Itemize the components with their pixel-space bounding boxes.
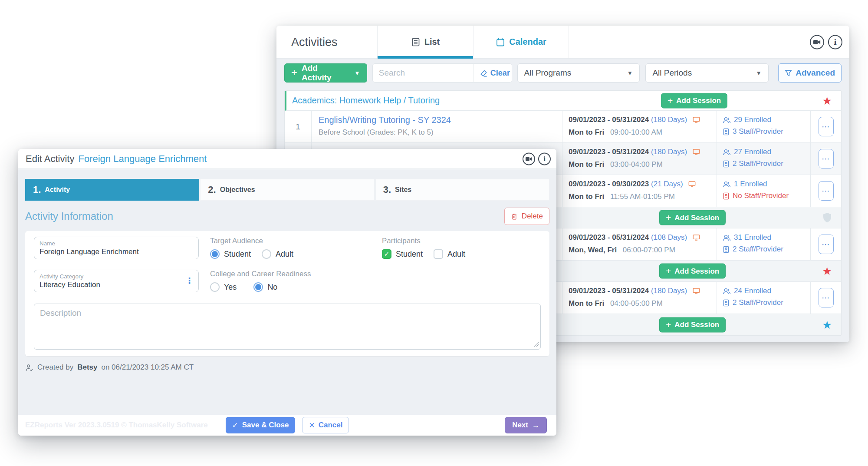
people-icon — [723, 288, 731, 295]
ccr-label: College and Career Readiness — [210, 270, 345, 278]
dialog-body: 1. Activity 2. Objectives 3. Sites Activ… — [18, 169, 556, 415]
ccr-yes-radio[interactable]: Yes — [210, 282, 237, 292]
arrow-right-icon: → — [532, 422, 539, 429]
ellipsis-icon: ⋯ — [822, 239, 830, 249]
activity-category-field[interactable]: Activity Category ⋮ — [34, 270, 199, 292]
step-tab-sites[interactable]: 3. Sites — [375, 179, 549, 201]
wizard-steps: 1. Activity 2. Objectives 3. Sites — [25, 179, 549, 201]
staff-link[interactable]: 2 Staff/Provider — [723, 245, 810, 254]
radio-selected-icon — [253, 282, 263, 292]
participants-student-checkbox[interactable]: ✓ Student — [382, 249, 423, 259]
staff-missing-link[interactable]: No Staff/Provider — [723, 192, 810, 200]
enrolled-link[interactable]: 31 Enrolled — [723, 233, 810, 242]
name-field-label: Name — [39, 240, 193, 247]
add-session-button[interactable]: + Add Session — [659, 264, 726, 279]
save-close-button[interactable]: ✓ Save & Close — [226, 417, 296, 433]
cancel-button[interactable]: ✕ Cancel — [302, 417, 349, 433]
add-session-button[interactable]: + Add Session — [659, 317, 726, 332]
activity-name-link[interactable]: English/Writing Tutoring - SY 2324 — [319, 115, 562, 125]
checkbox-checked-icon: ✓ — [382, 249, 391, 259]
favorite-star-icon[interactable]: ★ — [822, 319, 832, 330]
people-icon — [723, 234, 731, 241]
search-group: Clear — [372, 63, 512, 83]
step-tab-objectives[interactable]: 2. Objectives — [200, 179, 374, 201]
badge-icon — [723, 128, 730, 136]
tab-calendar[interactable]: Calendar — [473, 26, 569, 58]
clear-search-button[interactable]: Clear — [473, 64, 512, 82]
staff-link[interactable]: 2 Staff/Provider — [723, 159, 810, 168]
check-icon: ✓ — [232, 422, 238, 429]
ccr-no-radio[interactable]: No — [253, 282, 277, 292]
activity-subtitle: Before School (Grades: PK, K to 5) — [319, 128, 562, 137]
advanced-filter-button[interactable]: Advanced — [778, 63, 842, 83]
add-session-button[interactable]: + Add Session — [659, 210, 726, 225]
activities-header: Activities List Calendar — [276, 26, 849, 59]
ellipsis-icon: ⋯ — [822, 186, 830, 196]
caret-down-icon: ▼ — [627, 69, 633, 76]
row-number: 1 — [285, 111, 312, 142]
name-input[interactable] — [39, 248, 181, 256]
dialog-title-activity-name: Foreign Language Enrichment — [78, 153, 207, 165]
people-icon — [723, 149, 731, 156]
target-adult-radio[interactable]: Adult — [262, 249, 293, 259]
video-help-icon[interactable] — [810, 35, 824, 49]
plus-icon: + — [291, 67, 297, 78]
tab-list[interactable]: List — [377, 26, 473, 58]
info-icon[interactable]: i — [828, 35, 842, 49]
ellipsis-icon: ⋯ — [822, 293, 830, 303]
calendar-icon — [496, 37, 505, 47]
periods-filter-select[interactable]: All Periods ▼ — [645, 63, 769, 83]
search-input[interactable] — [373, 64, 473, 82]
participants-label: Participants — [382, 237, 465, 245]
step-tab-activity[interactable]: 1. Activity — [25, 179, 199, 201]
row-actions-button[interactable]: ⋯ — [819, 288, 834, 307]
row-actions-button[interactable]: ⋯ — [819, 181, 834, 201]
favorite-star-icon[interactable]: ★ — [822, 266, 832, 277]
category-title-link[interactable]: Academics: Homework Help / Tutoring — [286, 96, 440, 106]
session-dates: 09/01/2023 - 05/31/2024 (180 Days) Mon t… — [562, 111, 717, 142]
favorite-star-icon[interactable]: ★ — [822, 95, 832, 106]
shield-icon[interactable] — [822, 212, 832, 223]
staff-link[interactable]: 2 Staff/Provider — [723, 298, 810, 307]
monitor-icon — [693, 288, 700, 294]
plus-icon: + — [666, 213, 671, 222]
enrolled-link[interactable]: 29 Enrolled — [723, 116, 810, 124]
info-icon[interactable]: i — [538, 152, 551, 165]
badge-icon — [723, 160, 730, 168]
participants-adult-checkbox[interactable]: Adult — [434, 249, 465, 259]
enrolled-link[interactable]: 1 Enrolled — [723, 180, 810, 188]
activity-category-label: Activity Category — [39, 273, 193, 280]
description-textarea[interactable] — [34, 304, 541, 350]
created-by-name: Betsy — [77, 363, 97, 372]
category-header-row: Academics: Homework Help / Tutoring + Ad… — [285, 91, 841, 111]
target-student-radio[interactable]: Student — [210, 249, 251, 259]
session-dates: 09/01/2023 - 05/31/2024 (180 Days) Mon t… — [562, 282, 717, 314]
activity-category-input[interactable] — [39, 281, 181, 289]
category-menu-icon[interactable]: ⋮ — [185, 279, 194, 283]
programs-filter-select[interactable]: All Programs ▼ — [517, 63, 640, 83]
ellipsis-icon: ⋯ — [822, 122, 830, 132]
monitor-icon — [693, 116, 700, 123]
monitor-icon — [693, 234, 700, 241]
section-title: Activity Information — [25, 210, 113, 222]
add-session-button[interactable]: + Add Session — [661, 93, 727, 108]
add-activity-button[interactable]: + Add Activity ▼ — [284, 63, 367, 83]
radio-selected-icon — [210, 249, 220, 259]
row-actions-button[interactable]: ⋯ — [819, 117, 834, 136]
staff-link[interactable]: 3 Staff/Provider — [723, 127, 810, 136]
people-icon — [723, 181, 731, 188]
name-field[interactable]: Name — [34, 237, 199, 259]
delete-button[interactable]: Delete — [504, 208, 549, 225]
version-text: EZReports Ver 2023.3.0519 © ThomasKelly … — [25, 421, 208, 430]
dialog-title-prefix: Edit Activity — [26, 153, 74, 165]
badge-icon — [723, 192, 730, 200]
row-actions-button[interactable]: ⋯ — [819, 149, 834, 169]
funnel-icon — [785, 69, 792, 77]
enrolled-link[interactable]: 27 Enrolled — [723, 148, 810, 156]
video-help-icon[interactable] — [523, 152, 535, 165]
person-check-icon — [25, 364, 33, 372]
next-button[interactable]: Next → — [505, 417, 547, 433]
row-actions-button[interactable]: ⋯ — [819, 235, 834, 254]
enrolled-link[interactable]: 24 Enrolled — [723, 287, 810, 295]
filter-toolbar: + Add Activity ▼ Clear All Programs ▼ — [276, 59, 849, 87]
